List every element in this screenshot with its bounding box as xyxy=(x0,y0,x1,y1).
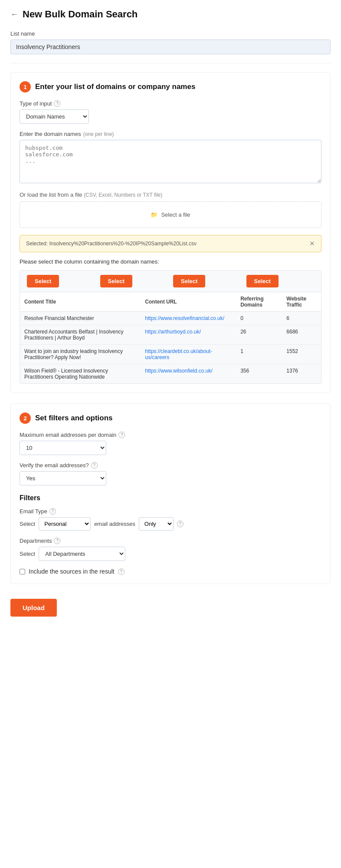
cell-traffic-4: 1376 xyxy=(282,364,321,384)
email-type-type-select[interactable]: Personal Generic xyxy=(39,517,91,531)
verify-emails-select[interactable]: Yes No xyxy=(20,471,106,485)
type-of-input-group: Type of input ? Domain Names Company Nam… xyxy=(20,100,321,124)
select-btn-col1: Select xyxy=(24,275,98,287)
verify-emails-help-icon[interactable]: ? xyxy=(91,462,98,469)
step1-header: 1 Enter your list of domains or company … xyxy=(20,81,321,92)
departments-group: Departments ? Select All Departments Exe… xyxy=(20,538,321,561)
filters-section: Filters Email Type ? Select Personal Gen… xyxy=(20,494,321,575)
col-header-referring-domains: Referring Domains xyxy=(236,292,282,312)
email-type-select-label: Select xyxy=(20,521,35,527)
back-button[interactable]: ← xyxy=(10,10,18,19)
step2-section: 2 Set filters and options Maximum email … xyxy=(10,403,331,584)
email-type-qualifier-help-icon[interactable]: ? xyxy=(177,521,184,527)
step2-title: Set filters and options xyxy=(35,414,113,422)
email-type-label: Email Type xyxy=(20,508,47,515)
col-header-website-traffic: Website Traffic xyxy=(282,292,321,312)
step1-badge: 1 xyxy=(20,81,31,92)
include-sources-label: Include the sources in the result xyxy=(29,568,115,575)
cell-title-1: Resolve Financial Manchester xyxy=(20,312,141,325)
cell-url-1: https://www.resolvefinancial.co.uk/ xyxy=(141,312,236,325)
email-type-row: Select Personal Generic email addresses … xyxy=(20,517,321,531)
list-name-group: List name xyxy=(10,30,331,54)
select-file-text: Select a file xyxy=(161,211,190,218)
selected-file-bar: Selected: Insolvency%20Practitioners%20-… xyxy=(20,235,321,252)
email-type-qualifier-select[interactable]: Only Exclude xyxy=(139,517,174,531)
domain-names-label: Enter the domain names xyxy=(20,131,81,137)
cell-title-4: Wilson Field® - Licensed Insolvency Prac… xyxy=(20,364,141,384)
upload-button[interactable]: Upload xyxy=(10,599,57,617)
max-emails-help-icon[interactable]: ? xyxy=(118,432,125,438)
close-selected-file-button[interactable]: ✕ xyxy=(309,240,315,248)
list-name-label: List name xyxy=(10,30,331,37)
include-sources-help-icon[interactable]: ? xyxy=(118,568,125,575)
column-select-label: Please select the column containing the … xyxy=(20,258,321,265)
table-row: Resolve Financial Manchester https://www… xyxy=(20,312,321,325)
departments-select-label: Select xyxy=(20,551,35,557)
page-container: ← New Bulk Domain Search List name 1 Ent… xyxy=(0,0,341,634)
page-header: ← New Bulk Domain Search xyxy=(10,9,331,20)
type-of-input-select[interactable]: Domain Names Company Names xyxy=(20,109,89,124)
max-emails-select[interactable]: 10 5 20 50 100 xyxy=(20,441,106,455)
email-addresses-text: email addresses xyxy=(94,521,135,527)
email-type-group: Email Type ? Select Personal Generic ema… xyxy=(20,508,321,531)
csv-table-container: Select Select Select Select Content Titl… xyxy=(20,270,321,384)
file-upload-group: Or load the list from a file (CSV, Excel… xyxy=(20,191,321,228)
table-row: Want to join an industry leading Insolve… xyxy=(20,345,321,364)
domain-names-sublabel: (one per line) xyxy=(83,131,114,137)
cell-referring-3: 1 xyxy=(236,345,282,364)
cell-traffic-1: 6 xyxy=(282,312,321,325)
selected-file-text: Selected: Insolvency%20Practitioners%20-… xyxy=(26,241,197,247)
verify-emails-label: Verify the email addresses? xyxy=(20,462,89,469)
cell-referring-4: 356 xyxy=(236,364,282,384)
select-column-1-button[interactable]: Select xyxy=(27,275,59,287)
list-name-input[interactable] xyxy=(10,40,331,54)
type-of-input-label-row: Type of input ? xyxy=(20,100,321,107)
verify-emails-label-row: Verify the email addresses? ? xyxy=(20,462,321,469)
select-column-3-button[interactable]: Select xyxy=(173,275,205,287)
file-upload-area[interactable]: 📁 Select a file xyxy=(20,201,321,228)
select-column-2-button[interactable]: Select xyxy=(100,275,132,287)
departments-row: Select All Departments Executive IT Fina… xyxy=(20,547,321,561)
cell-title-3: Want to join an industry leading Insolve… xyxy=(20,345,141,364)
col-header-content-title: Content Title xyxy=(20,292,141,312)
col-header-content-url: Content URL xyxy=(141,292,236,312)
cell-traffic-2: 6686 xyxy=(282,325,321,345)
departments-label: Departments xyxy=(20,538,52,544)
select-column-4-button[interactable]: Select xyxy=(246,275,279,287)
max-emails-label-row: Maximum email addresses per domain ? xyxy=(20,432,321,438)
select-btn-col3: Select xyxy=(170,275,244,287)
filters-title: Filters xyxy=(20,494,321,502)
include-sources-row: Include the sources in the result ? xyxy=(20,568,321,575)
max-emails-label: Maximum email addresses per domain xyxy=(20,432,116,438)
cell-referring-2: 26 xyxy=(236,325,282,345)
verify-emails-group: Verify the email addresses? ? Yes No xyxy=(20,462,321,485)
csv-header-row: Content Title Content URL Referring Doma… xyxy=(20,292,321,312)
page-title: New Bulk Domain Search xyxy=(23,9,138,20)
selected-filename: Insolvency%20Practitioners%20-%20IP%20Sa… xyxy=(49,241,197,247)
cell-traffic-3: 1552 xyxy=(282,345,321,364)
section-divider xyxy=(10,63,331,63)
step2-header: 2 Set filters and options xyxy=(20,413,321,424)
cell-title-2: Chartered Accountants Belfast | Insolven… xyxy=(20,325,141,345)
departments-label-row: Departments ? xyxy=(20,538,321,544)
departments-select[interactable]: All Departments Executive IT Finance Mar… xyxy=(39,547,125,561)
email-type-label-row: Email Type ? xyxy=(20,508,321,515)
file-note: (CSV, Excel, Numbers or TXT file) xyxy=(84,192,162,198)
type-of-input-help-icon[interactable]: ? xyxy=(54,100,60,107)
max-emails-group: Maximum email addresses per domain ? 10 … xyxy=(20,432,321,455)
table-row: Chartered Accountants Belfast | Insolven… xyxy=(20,325,321,345)
select-btn-col4: Select xyxy=(244,275,317,287)
table-row: Wilson Field® - Licensed Insolvency Prac… xyxy=(20,364,321,384)
domain-names-group: Enter the domain names (one per line) xyxy=(20,131,321,185)
select-btn-col2: Select xyxy=(98,275,171,287)
cell-url-2: https://arthurboyd.co.uk/ xyxy=(141,325,236,345)
domain-names-textarea[interactable] xyxy=(20,140,321,183)
departments-help-icon[interactable]: ? xyxy=(54,538,60,544)
include-sources-checkbox[interactable] xyxy=(20,569,25,574)
folder-icon: 📁 xyxy=(151,211,157,218)
step2-badge: 2 xyxy=(20,413,31,424)
email-type-help-icon[interactable]: ? xyxy=(49,508,56,515)
cell-referring-1: 0 xyxy=(236,312,282,325)
csv-preview-table: Content Title Content URL Referring Doma… xyxy=(20,292,321,383)
select-buttons-row: Select Select Select Select xyxy=(20,271,321,292)
